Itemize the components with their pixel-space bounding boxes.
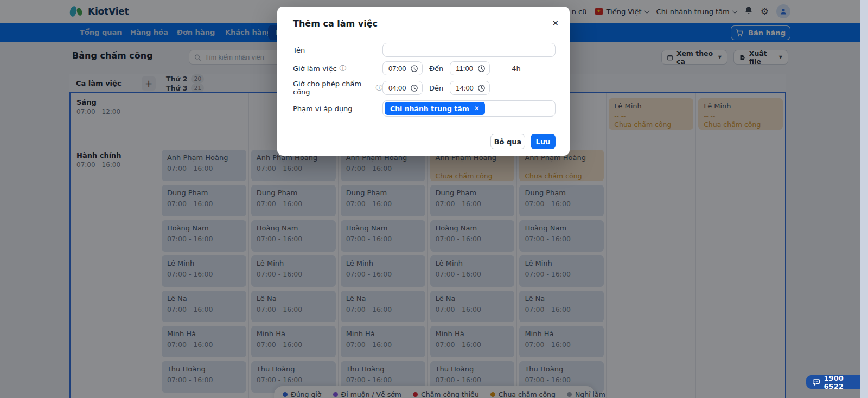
work-from-input[interactable] — [382, 61, 423, 75]
clock-icon — [410, 65, 418, 73]
vertical-scrollbar[interactable] — [860, 0, 868, 398]
clock-icon — [477, 65, 486, 73]
to-label: Đến — [429, 84, 443, 92]
remove-tag-icon[interactable]: ✕ — [474, 105, 480, 112]
support-hotline-button[interactable]: 1900 6522 — [806, 375, 868, 389]
work-to-input[interactable] — [450, 61, 490, 75]
duration-label: 4h — [512, 65, 521, 73]
allowed-to-input[interactable] — [450, 81, 490, 95]
clock-icon — [410, 84, 418, 92]
modal-form: Tên Giờ làm việc ⓘ Đến 4h — [277, 43, 570, 117]
work-hours-row: Giờ làm việc ⓘ Đến 4h — [293, 61, 556, 75]
name-field-label: Tên — [293, 46, 382, 54]
info-icon: ⓘ — [376, 84, 383, 93]
add-shift-modal: Thêm ca làm việc ✕ Tên Giờ làm việc ⓘ Đế… — [277, 7, 570, 156]
branch-tag[interactable]: Chi nhánh trung tâm ✕ — [385, 102, 485, 115]
to-label: Đến — [429, 65, 443, 73]
branch-tag-label: Chi nhánh trung tâm — [390, 105, 469, 113]
scope-input[interactable]: Chi nhánh trung tâm ✕ — [382, 100, 556, 117]
modal-footer: Bỏ qua Lưu — [277, 129, 570, 156]
info-icon: ⓘ — [340, 64, 347, 73]
save-button[interactable]: Lưu — [531, 134, 556, 149]
allowed-hours-row: Giờ cho phép chấm công ⓘ Đến — [293, 80, 556, 96]
work-hours-label: Giờ làm việc ⓘ — [293, 64, 382, 73]
app-root: KiotViet n cũ ★ Tiếng Việt Chi nhánh tru… — [0, 0, 868, 398]
scope-label: Phạm vi áp dụng — [293, 105, 382, 113]
chat-bubble-icon — [813, 378, 820, 386]
scope-row: Phạm vi áp dụng Chi nhánh trung tâm ✕ — [293, 100, 556, 117]
name-field-row: Tên — [293, 43, 556, 57]
allowed-from-input[interactable] — [382, 81, 423, 95]
support-phone-label: 1900 6522 — [824, 374, 861, 390]
cancel-button[interactable]: Bỏ qua — [490, 134, 525, 149]
shift-name-input[interactable] — [382, 43, 556, 57]
modal-title: Thêm ca làm việc — [277, 7, 570, 29]
close-icon[interactable]: ✕ — [552, 20, 559, 28]
clock-icon — [477, 84, 486, 92]
allowed-hours-label: Giờ cho phép chấm công ⓘ — [293, 80, 382, 96]
